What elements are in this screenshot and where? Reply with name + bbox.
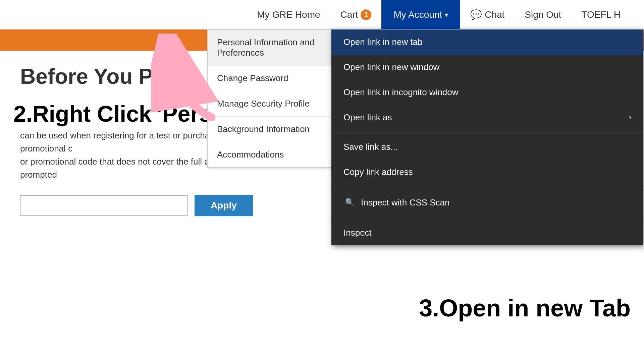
chat-icon: 💬 (470, 9, 482, 20)
step3-text: 3.Open in new Tab (419, 295, 631, 321)
chat-link[interactable]: 💬 Chat (460, 0, 515, 29)
voucher-input[interactable] (20, 195, 188, 216)
toefl-link[interactable]: TOEFL H (571, 0, 631, 29)
submenu-arrow-icon: › (629, 113, 631, 122)
cart-label: Cart (340, 9, 358, 20)
my-account-link[interactable]: My Account ▾ (381, 0, 460, 29)
context-open-new-window[interactable]: Open link in new window (331, 55, 643, 80)
context-open-as[interactable]: Open link as › (331, 105, 643, 130)
dropdown-item-accommodations[interactable]: Accommodations (208, 142, 333, 167)
step3-instruction: 3.Open in new Tab (419, 294, 631, 322)
context-menu: Open link in new tab Open link in new wi… (331, 29, 643, 245)
context-save-link[interactable]: Save link as... (331, 134, 643, 160)
css-scan-icon: 🔍 (343, 196, 356, 208)
context-inspect[interactable]: Inspect (331, 220, 643, 245)
context-separator-2 (331, 187, 643, 187)
context-copy-link[interactable]: Copy link address (331, 160, 643, 185)
cart-link[interactable]: Cart 1 (330, 0, 382, 29)
dropdown-item-change-password[interactable]: Change Password (208, 66, 333, 91)
my-account-label: My Account (393, 9, 442, 20)
top-navigation: My GRE Home Cart 1 My Account ▾ 💬 Chat S… (0, 0, 644, 29)
context-separator-3 (331, 218, 643, 218)
context-open-new-tab[interactable]: Open link in new tab (331, 29, 643, 55)
chevron-down-icon: ▾ (445, 11, 448, 19)
dropdown-item-personal-info[interactable]: Personal Information and Preferences (208, 30, 333, 66)
apply-button[interactable]: Apply (195, 195, 253, 216)
chat-label: Chat (485, 9, 504, 20)
context-inspect-css-scan[interactable]: 🔍 Inspect with CSS Scan (331, 189, 643, 216)
my-gre-home-link[interactable]: My GRE Home (247, 0, 330, 29)
dropdown-item-manage-security[interactable]: Manage Security Profile (208, 91, 333, 117)
context-separator-1 (331, 132, 643, 132)
dropdown-item-background-info[interactable]: Background Information (208, 117, 333, 142)
context-open-incognito[interactable]: Open link in incognito window (331, 80, 643, 105)
cart-badge: 1 (361, 9, 371, 20)
account-dropdown-menu: Personal Information and Preferences Cha… (207, 29, 333, 168)
sign-out-link[interactable]: Sign Out (515, 0, 571, 29)
